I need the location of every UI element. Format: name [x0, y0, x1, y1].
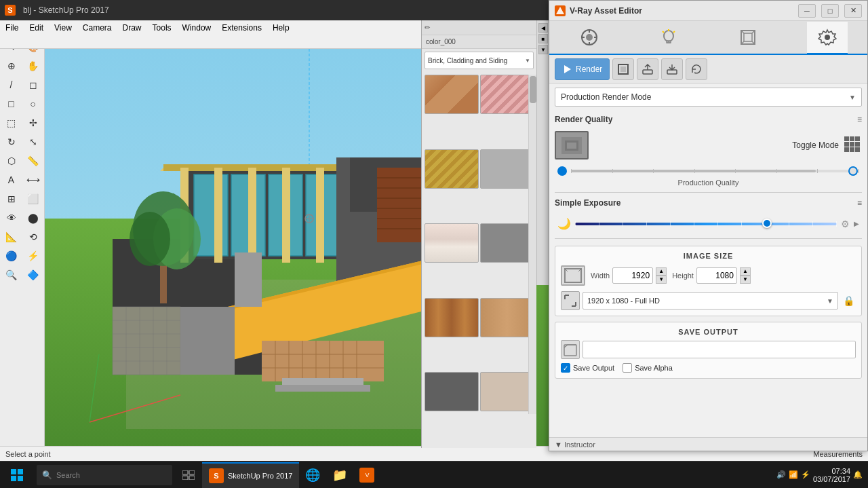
vray-tool4[interactable]: 🔷	[23, 266, 43, 284]
mat-swatch-6[interactable]	[480, 223, 534, 263]
mat-swatch-1[interactable]	[425, 75, 479, 114]
svg-rect-69	[275, 385, 370, 392]
line-tool[interactable]: /	[1, 76, 22, 94]
lookaround-tool[interactable]: ⬤	[23, 209, 43, 227]
vray-tool3[interactable]: 🔍	[1, 266, 22, 284]
menu-edit[interactable]: Edit	[24, 22, 49, 34]
save-output-checkbox-row[interactable]: ✓ Save Output	[561, 363, 614, 373]
exposure-slider-thumb[interactable]	[762, 219, 772, 228]
vray-tool1[interactable]: 🔵	[1, 247, 22, 265]
vray-tool2[interactable]: ⚡	[23, 247, 43, 265]
exposure-expand-icon[interactable]: ▶	[854, 220, 859, 227]
taskbar-sketchup[interactable]: S SketchUp Pro 2017	[202, 462, 299, 488]
vray-minimize[interactable]: ─	[798, 4, 816, 18]
strip-btn-2[interactable]: ■	[538, 34, 548, 43]
instructor-label[interactable]: ▼ Instructor	[555, 440, 595, 449]
scale-tool[interactable]: ⤡	[23, 133, 43, 151]
task-view-button[interactable]	[175, 462, 202, 489]
menu-file[interactable]: File	[0, 22, 24, 34]
render-button[interactable]: Render	[555, 58, 610, 80]
walkthrough-tool[interactable]: 👁	[1, 209, 22, 227]
mat-swatch-3[interactable]	[425, 149, 479, 189]
save-alpha-checkbox-row[interactable]: Save Alpha	[623, 363, 673, 373]
save-alpha-checkbox[interactable]	[623, 363, 632, 373]
taskbar-ie[interactable]: 🌐	[299, 462, 326, 489]
render-region-button[interactable]	[612, 58, 634, 80]
width-up-button[interactable]: ▲	[656, 267, 667, 276]
strip-btn-3[interactable]: ▼	[538, 45, 548, 54]
width-stepper: ▲ ▼	[656, 267, 667, 284]
move-tool[interactable]: ✢	[23, 114, 43, 132]
svg-text:S: S	[7, 6, 12, 14]
start-button[interactable]	[0, 462, 34, 489]
taskbar-search[interactable]: 🔍 Search	[37, 465, 172, 485]
orbit-tool[interactable]: ⊕	[1, 57, 22, 75]
tab-render-settings[interactable]	[569, 22, 610, 54]
svg-point-38	[130, 212, 170, 266]
mat-pencil-icon[interactable]: ✏	[425, 24, 430, 31]
quality-slider-track[interactable]	[571, 169, 859, 173]
svg-rect-114	[189, 476, 195, 480]
size-preset-dropdown[interactable]: 1920 x 1080 - Full HD ▼	[583, 292, 838, 309]
tab-lights[interactable]	[648, 22, 689, 54]
measure-tool[interactable]: 📐	[1, 228, 22, 246]
text-tool[interactable]: A	[1, 171, 22, 189]
svg-rect-8	[113, 307, 180, 375]
menu-window[interactable]: Window	[177, 22, 217, 34]
width-down-button[interactable]: ▼	[656, 276, 667, 284]
tab-geometry[interactable]	[728, 22, 768, 54]
mat-swatch-9[interactable]	[425, 372, 479, 411]
aspect-lock-icon[interactable]: 🔒	[841, 293, 856, 308]
menu-tools[interactable]: Tools	[147, 22, 177, 34]
render-quality-options-icon[interactable]: ≡	[857, 115, 862, 124]
width-input[interactable]	[612, 267, 653, 284]
offset-tool[interactable]: ⬡	[1, 152, 22, 170]
dimension-tool[interactable]: ⟷	[23, 171, 43, 189]
menu-camera[interactable]: Camera	[77, 22, 117, 34]
render-refresh-button[interactable]	[686, 58, 707, 80]
quality-slider-left-icon[interactable]	[557, 166, 567, 176]
height-up-button[interactable]: ▲	[740, 267, 751, 276]
tab-settings[interactable]	[807, 22, 848, 54]
save-output-checkbox[interactable]: ✓	[561, 363, 570, 373]
mat-swatch-4[interactable]	[480, 149, 534, 189]
strip-btn-1[interactable]: ◀	[538, 23, 548, 33]
mat-scrollbar-thumb[interactable]	[530, 76, 536, 103]
render-mode-dropdown[interactable]: Production Render Mode ▼	[555, 88, 862, 107]
taskbar-explorer[interactable]: 📁	[326, 462, 353, 489]
render-upload-button[interactable]	[637, 58, 658, 80]
exposure-track[interactable]	[575, 221, 837, 227]
mat-swatch-5[interactable]	[425, 223, 479, 263]
eraser-tool[interactable]: ◻	[23, 76, 43, 94]
mat-dropdown-arrow: ▼	[525, 58, 530, 64]
vray-close[interactable]: ✕	[844, 4, 862, 18]
mat-swatch-8[interactable]	[480, 298, 534, 337]
section-tool[interactable]: ⬜	[23, 190, 43, 208]
height-input[interactable]	[696, 267, 737, 284]
taskbar-vray[interactable]: V	[353, 462, 380, 489]
grid-view-icon[interactable]	[844, 136, 862, 154]
tape-tool[interactable]: 📏	[23, 152, 43, 170]
components-tool[interactable]: ⊞	[1, 190, 22, 208]
vray-maximize[interactable]: □	[821, 4, 839, 18]
push-tool[interactable]: ⬚	[1, 114, 22, 132]
mat-swatch-7[interactable]	[425, 298, 479, 337]
render-download-button[interactable]	[661, 58, 683, 80]
quality-slider-thumb[interactable]	[848, 166, 858, 176]
menu-view[interactable]: View	[49, 22, 77, 34]
menu-draw[interactable]: Draw	[117, 22, 147, 34]
circle-tool[interactable]: ○	[23, 95, 43, 113]
pan-tool[interactable]: ✋	[23, 57, 43, 75]
save-path-input[interactable]	[583, 341, 856, 358]
exposure-options-icon[interactable]: ≡	[857, 198, 862, 208]
materials-category-dropdown[interactable]: Brick, Cladding and Siding ▼	[425, 52, 534, 69]
mat-swatch-2[interactable]	[480, 75, 534, 114]
exposure-gear-icon[interactable]: ⚙	[841, 219, 850, 229]
rectangle-tool[interactable]: □	[1, 95, 22, 113]
height-down-button[interactable]: ▼	[740, 276, 751, 284]
follow-tool[interactable]: ⟲	[23, 228, 43, 246]
mat-swatch-10[interactable]	[480, 372, 534, 411]
menu-extensions[interactable]: Extensions	[216, 22, 267, 34]
menu-help[interactable]: Help	[267, 22, 295, 34]
rotate-tool[interactable]: ↻	[1, 133, 22, 151]
